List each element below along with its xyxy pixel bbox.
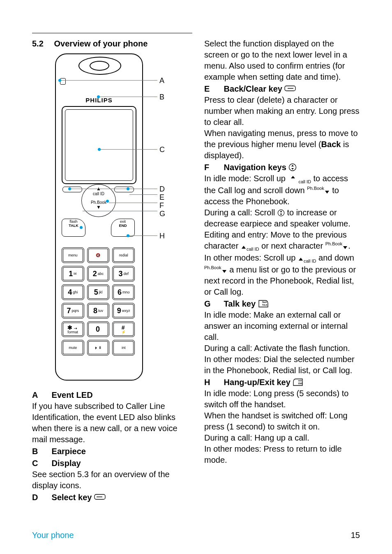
footer: Your phone 15 (32, 531, 360, 540)
item-g-l2: During a call: Activate the flash functi… (204, 343, 360, 354)
item-d-body: Select the function displayed on the scr… (204, 38, 360, 83)
item-d-letter: D (32, 492, 49, 503)
item-b-head: B Earpiece (32, 446, 188, 457)
callid-sub: call ID (298, 179, 311, 184)
phbook-sup-2: Ph.Book (325, 241, 343, 246)
line-b (100, 97, 157, 97)
callid-sub-2: call ID (247, 247, 259, 252)
footer-page: 15 (351, 531, 360, 540)
key-redial: redial (112, 247, 135, 263)
item-a-letter: A (32, 390, 49, 401)
line-d (71, 189, 157, 189)
svg-marker-8 (325, 191, 329, 194)
item-e-body1: Press to clear (delete) a character or n… (204, 95, 360, 128)
item-d-head: D Select key (32, 492, 188, 503)
item-c-head: C Display (32, 458, 188, 469)
line-h (129, 235, 157, 236)
key-7: 7pqrs (62, 303, 84, 319)
f-l2a: During a call: Scroll (204, 208, 277, 217)
svg-text:TALK: TALK (262, 304, 267, 306)
f-l3c: . (348, 241, 350, 250)
key-5: 5jkl (87, 284, 110, 300)
key-1: 1✉ (62, 266, 84, 282)
key-8: 8tuv (87, 303, 110, 319)
phone-diagram: PHILIPS ▲ call ID Ph.Book ▼ (32, 53, 168, 382)
item-a-title: Event LED (52, 390, 93, 399)
phbook-sup: Ph.Book (307, 186, 324, 191)
callid-sub-3: call ID (304, 259, 316, 263)
nav-oval: ▲ call ID Ph.Book ▼ (81, 184, 116, 217)
right-column: Select the function displayed on the scr… (204, 38, 360, 503)
item-e-head: E Back/Clear key (204, 83, 360, 95)
dot-d (68, 187, 71, 190)
item-h-l3: During a call: Hang up a call. (204, 432, 360, 443)
item-h-head: H Hang-up/Exit key exitEND (204, 377, 360, 388)
line-c (101, 149, 157, 150)
item-f-title: Navigation keys (224, 163, 289, 172)
item-c-letter: C (32, 458, 49, 469)
item-e-body2-bold: Back (321, 140, 341, 149)
svg-marker-7 (291, 176, 295, 178)
softkey-right (114, 187, 134, 192)
item-f-l4: In other modes: Scroll up call ID and do… (204, 252, 360, 298)
svg-marker-13 (343, 246, 347, 249)
key-tape: ⏵⏸ (87, 340, 110, 355)
f-l4b: and down (316, 253, 354, 262)
nav-key-icon (288, 163, 297, 171)
item-g-title: Talk key (224, 299, 258, 308)
dot-f (106, 200, 109, 203)
key-hash: #⚡ (112, 321, 135, 337)
item-f-l3: Editing and entry: Move to the previous … (204, 229, 360, 252)
dot-g (80, 226, 83, 229)
key-0: 0 (87, 321, 110, 337)
svg-marker-14 (299, 258, 303, 261)
item-d-title: Select key (52, 493, 94, 502)
item-e-body2: When navigating menus, press to move to … (204, 128, 360, 161)
item-c-body: See section 5.3 for an overview of the d… (32, 469, 188, 491)
scroll-down-icon-3 (221, 269, 227, 274)
keypad: menu 🔇 redial 1✉ 2abc 3def 4ghi 5jkl 6mn… (62, 247, 135, 355)
item-g-l3: In other modes: Dial the selected number… (204, 354, 360, 376)
line-a (61, 80, 157, 81)
page: 5.2 Overview of your phone PHILIPS (0, 0, 392, 554)
item-b-letter: B (32, 446, 49, 457)
item-h-l1: In idle mode: Long press (5 seconds) to … (204, 388, 360, 410)
callout-c: C (159, 145, 165, 155)
columns: 5.2 Overview of your phone PHILIPS (32, 38, 360, 503)
dot-h (127, 234, 129, 237)
scroll-down-icon (324, 189, 330, 194)
key-speaker: 🔇 (87, 247, 110, 263)
scroll-up-icon-2 (241, 245, 247, 250)
end-key: exit END (111, 219, 135, 237)
item-f-l1: In idle mode: Scroll up call ID to acces… (204, 173, 360, 207)
line-f (109, 203, 157, 203)
nav-up-label: call ID (82, 192, 115, 196)
dot-b (97, 95, 100, 98)
dot-c (98, 148, 101, 151)
screen-frame (62, 106, 136, 184)
key-9: 9wxyz (112, 303, 135, 319)
select-key-icon (94, 494, 106, 501)
scroll-down-icon-2 (342, 245, 348, 250)
f-l1a: In idle mode: Scroll up (204, 174, 288, 183)
talk-area: flash TALK exit END (62, 219, 135, 241)
item-b-title: Earpiece (52, 447, 86, 456)
f-l4c: a menu list or go to the previous or nex… (204, 265, 356, 296)
item-g-letter: G (204, 298, 221, 309)
section-title: 5.2 Overview of your phone (32, 38, 188, 49)
nav-key-icon-2 (277, 209, 285, 217)
key-menu: menu (62, 247, 84, 263)
dot-e (127, 187, 129, 190)
key-mute: mute (62, 340, 84, 355)
item-e-letter: E (204, 83, 221, 95)
key-4: 4ghi (62, 284, 84, 300)
item-h-letter: H (204, 377, 221, 388)
item-f-letter: F (204, 162, 221, 173)
callout-a: A (159, 76, 164, 85)
item-a-body: If you have subscribed to Caller Line Id… (32, 401, 188, 445)
svg-marker-6 (291, 168, 294, 170)
item-h-title: Hang-up/Exit key (224, 378, 293, 387)
phbook-sup-3: Ph.Book (204, 265, 221, 270)
nav-down-icon: ▼ (82, 205, 115, 210)
key-6: 6mno (112, 284, 135, 300)
